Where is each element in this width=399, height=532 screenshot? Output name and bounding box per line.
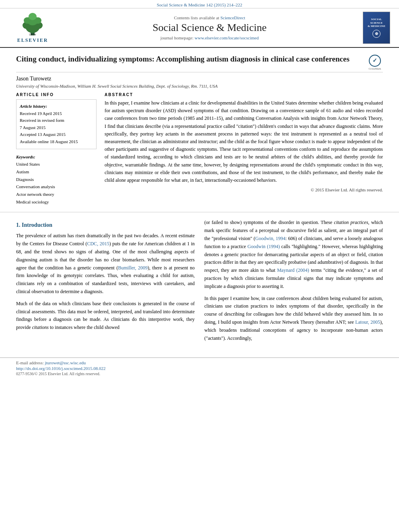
journal-cover-image: SOCIALSCIENCE& MEDICINE ⊕: [363, 12, 390, 44]
article-info-abstract-section: ARTICLE INFO Article history: Received 1…: [16, 92, 383, 205]
journal-title: Social Science & Medicine: [152, 22, 267, 34]
footer-section: E-mail address: jturowet@ssc.wisc.edu ht…: [0, 357, 399, 380]
latour-ref[interactable]: Latour, 2005: [355, 319, 380, 325]
abstract-text: In this paper, I examine how clinicians …: [105, 99, 383, 184]
accepted-date: Accepted 13 August 2015: [20, 131, 93, 138]
intro-para2: Much of the data on which clinicians bas…: [16, 300, 195, 332]
keyword-4: Conversation analysis: [16, 183, 97, 191]
svg-point-7: [29, 13, 37, 20]
author-affiliation: University of Wisconsin-Madison, William…: [16, 84, 383, 88]
copyright-line: © 2015 Elsevier Ltd. All rights reserved…: [105, 187, 383, 192]
bumiller-ref[interactable]: Bumiller, 2009: [118, 265, 148, 271]
received-revised-label: Received in revised form: [20, 117, 93, 124]
article-history-box: Article history: Received 19 April 2015 …: [16, 99, 97, 149]
available-online: Available online 18 August 2015: [20, 138, 93, 146]
journal-header-center: Contents lists available at ScienceDirec…: [63, 12, 356, 44]
goodwin-ref2[interactable]: Goodwin (1994): [247, 244, 280, 249]
journal-cover-section: SOCIALSCIENCE& MEDICINE ⊕: [360, 12, 393, 44]
abstract-heading: ABSTRACT: [105, 92, 383, 97]
received-date: Received 19 April 2015: [20, 110, 93, 117]
article-info-column: ARTICLE INFO Article history: Received 1…: [16, 92, 97, 205]
keyword-3: Diagnosis: [16, 176, 97, 183]
article-main-header: Citing conduct, individualizing symptoms…: [0, 48, 399, 205]
email-label: E-mail address:: [16, 360, 44, 365]
body-right-column: (or failed to show) symptoms of the diso…: [204, 219, 383, 346]
rights-text: 0277-9536/© 2015 Elsevier Ltd. All right…: [16, 372, 383, 376]
cover-icon: ⊕: [372, 30, 380, 38]
article-info-heading: ARTICLE INFO: [16, 92, 97, 97]
elsevier-wordmark: ELSEVIER: [17, 37, 48, 43]
right-para2: In this paper I examine how, in case con…: [204, 295, 383, 343]
section-divider: [0, 212, 399, 212]
journal-header: Lente ELSEVIER Contents lists available …: [0, 8, 399, 48]
svg-text:Lente: Lente: [29, 33, 36, 36]
keyword-5: Actor network theory: [16, 191, 97, 198]
keywords-label: Keywords:: [16, 153, 97, 161]
journal-citation: Social Science & Medicine 142 (2015) 214…: [157, 2, 243, 7]
intro-heading: 1. Introduction: [16, 220, 195, 230]
elsevier-logo: Lente ELSEVIER: [17, 12, 48, 43]
revised-date: 7 August 2015: [20, 124, 93, 131]
abstract-column: ABSTRACT In this paper, I examine how cl…: [105, 92, 383, 205]
cover-title: SOCIALSCIENCE& MEDICINE: [368, 18, 385, 28]
intro-para1: The prevalence of autism has risen drama…: [16, 232, 195, 296]
keyword-6: Medical sociology: [16, 198, 97, 206]
keywords-section: Keywords: United States Autism Diagnosis…: [16, 153, 97, 206]
author-name: Jason Turowetz: [16, 76, 383, 82]
email-line: E-mail address: jturowet@ssc.wisc.edu: [16, 360, 383, 365]
top-bar: Social Science & Medicine 142 (2015) 214…: [0, 0, 399, 8]
keyword-2: Autism: [16, 168, 97, 176]
history-label: Article history:: [20, 103, 93, 110]
crossmark-icon: ✓: [369, 55, 381, 67]
sciencedirect-link[interactable]: ScienceDirect: [220, 15, 245, 20]
right-para1: (or failed to show) symptoms of the diso…: [204, 219, 383, 290]
goodwin-1994-ref[interactable]: Goodwin, 1994: [255, 236, 286, 241]
body-section: 1. Introduction The prevalence of autism…: [0, 219, 399, 354]
crossmark-badge: ✓ CrossMark: [367, 54, 383, 70]
keyword-1: United States: [16, 160, 97, 168]
maynard-ref[interactable]: Maynard (2004): [277, 267, 309, 273]
contents-available-line: Contents lists available at ScienceDirec…: [174, 15, 245, 20]
email-link[interactable]: jturowet@ssc.wisc.edu: [45, 360, 86, 365]
homepage-link[interactable]: www.elsevier.com/locate/socscimed: [195, 35, 259, 40]
doi-link[interactable]: http://dx.doi.org/10.1016/j.socscimed.20…: [16, 366, 383, 371]
article-title-section: Citing conduct, individualizing symptoms…: [16, 54, 383, 72]
body-left-column: 1. Introduction The prevalence of autism…: [16, 219, 195, 346]
cdc-ref[interactable]: CDC, 2015: [87, 241, 109, 246]
elsevier-tree-icon: Lente: [19, 12, 47, 37]
article-title: Citing conduct, individualizing symptoms…: [16, 54, 360, 64]
homepage-line: journal homepage: www.elsevier.com/locat…: [160, 35, 259, 40]
elsevier-logo-section: Lente ELSEVIER: [6, 12, 59, 44]
crossmark-label: CrossMark: [368, 67, 381, 70]
